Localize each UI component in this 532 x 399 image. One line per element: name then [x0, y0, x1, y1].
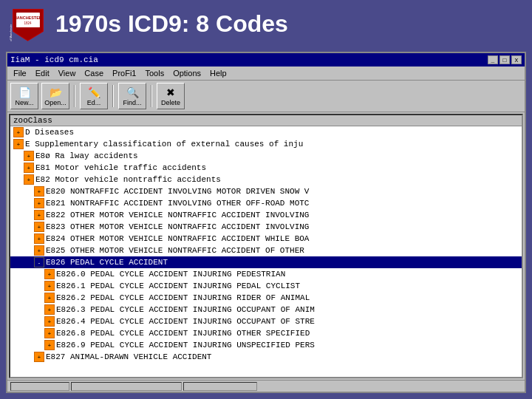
tree-row[interactable]: + E823 OTHER MOTOR VEHICLE NONTRAFFIC AC…	[10, 221, 522, 233]
row-text: E826.3 PEDAL CYCLE ACCIDENT INJURING OCC…	[56, 305, 315, 314]
open-icon: 📂	[50, 86, 62, 98]
expand-icon: +	[44, 281, 55, 291]
status-panel-3	[183, 382, 257, 391]
row-text: E826.4 PEDAL CYCLE ACCIDENT INJURING OCC…	[56, 317, 315, 326]
tree-row[interactable]: + E826.3 PEDAL CYCLE ACCIDENT INJURING O…	[10, 304, 522, 316]
tree-row[interactable]: + E821 NONTRAFFIC ACCIDENT INVOLVING OTH…	[10, 197, 522, 209]
menu-edit[interactable]: Edit	[31, 68, 54, 78]
toolbar: 📄 New... 📂 Open... ✏️ Ed... 🔍 Find... ✖ …	[7, 81, 525, 112]
row-text: E81 Motor vehicle traffic accidents	[35, 163, 206, 172]
delete-icon: ✖	[166, 86, 175, 98]
expand-icon: +	[44, 316, 55, 327]
new-button[interactable]: 📄 New...	[10, 83, 38, 109]
collapse-icon: -	[34, 257, 44, 267]
row-text: E8ø Ra lway accidents	[35, 151, 138, 160]
expand-icon: +	[34, 233, 44, 244]
tree-row[interactable]: + E820 NONTRAFFIC ACCIDENT INVOLVING MOT…	[10, 185, 522, 197]
tree-row[interactable]: + E82 Motor vehicle nontraffic accidents	[10, 174, 522, 185]
row-text: E Supplementary classification of extern…	[25, 140, 303, 149]
tree-row[interactable]: + E826.8 PEDAL CYCLE ACCIDENT INJURING O…	[10, 327, 522, 339]
university-logo: MANCHESTER 1824 The University of Manche…	[7, 4, 48, 44]
maximize-button[interactable]: □	[499, 55, 510, 64]
expand-icon: +	[44, 328, 55, 338]
toolbar-separator-3	[151, 85, 152, 107]
title-bar-buttons: _ □ X	[488, 55, 522, 64]
expand-icon: +	[24, 174, 34, 185]
tree-row[interactable]: + E824 OTHER MOTOR VEHICLE NONTRAFFIC AC…	[10, 233, 522, 245]
menu-case[interactable]: Case	[80, 68, 108, 78]
close-button[interactable]: X	[511, 55, 522, 64]
app-window: IiaM - icd9 cm.cia _ □ X File Edit View …	[6, 52, 526, 393]
header: MANCHESTER 1824 The University of Manche…	[0, 0, 532, 48]
expand-icon: +	[24, 163, 34, 173]
menu-file[interactable]: File	[9, 68, 31, 78]
status-bar	[7, 380, 525, 392]
svg-text:of Manchester: of Manchester	[10, 24, 13, 41]
edit-button[interactable]: ✏️ Ed...	[80, 83, 108, 109]
toolbar-separator-2	[112, 85, 114, 107]
open-button[interactable]: 📂 Open...	[41, 83, 69, 109]
expand-icon: +	[44, 293, 55, 303]
menu-view[interactable]: View	[54, 68, 81, 78]
status-panel-2	[71, 382, 182, 391]
row-text: E826.0 PEDAL CYCLE ACCIDENT INJURING PED…	[56, 270, 285, 279]
row-text: D Diseases	[25, 128, 74, 137]
new-icon: 📄	[18, 86, 31, 98]
expand-icon: +	[44, 304, 55, 315]
find-icon: 🔍	[126, 86, 139, 98]
tree-row[interactable]: + E Supplementary classification of exte…	[10, 138, 522, 150]
status-panel-1	[10, 382, 69, 391]
menu-help[interactable]: Help	[205, 68, 231, 78]
tree-area[interactable]: zooClass + D Diseases + E Supplementary …	[9, 114, 523, 378]
expand-icon: +	[24, 151, 34, 161]
toolbar-separator-1	[74, 85, 75, 107]
delete-button[interactable]: ✖ Delete	[157, 83, 185, 109]
menu-options[interactable]: Options	[168, 68, 205, 78]
tree-row[interactable]: + E822 OTHER MOTOR VEHICLE NONTRAFFIC AC…	[10, 209, 522, 221]
expand-icon: +	[44, 269, 55, 279]
row-text: E824 OTHER MOTOR VEHICLE NONTRAFFIC ACCI…	[46, 234, 309, 243]
expand-icon: +	[34, 245, 44, 256]
tree-row[interactable]: + E825 OTHER MOTOR VEHICLE NONTRAFFIC AC…	[10, 245, 522, 256]
expand-icon: +	[44, 340, 55, 350]
tree-row[interactable]: + E826.0 PEDAL CYCLE ACCIDENT INJURING P…	[10, 268, 522, 280]
tree-row[interactable]: + E826.9 PEDAL CYCLE ACCIDENT INJURING U…	[10, 339, 522, 351]
menu-tools[interactable]: Tools	[140, 68, 168, 78]
expand-icon: +	[34, 186, 44, 197]
tree-row[interactable]: + E81 Motor vehicle traffic accidents	[10, 162, 522, 174]
minimize-button[interactable]: _	[488, 55, 498, 64]
window-title: IiaM - icd9 cm.cia	[10, 55, 98, 64]
row-text: E826 PEDAL CYCLE ACCIDENT	[46, 258, 168, 267]
row-text: E825 OTHER MOTOR VEHICLE NONTRAFFIC ACCI…	[46, 246, 304, 255]
expand-icon: +	[13, 127, 24, 137]
svg-text:MANCHESTER: MANCHESTER	[13, 16, 41, 20]
find-button[interactable]: 🔍 Find...	[118, 83, 146, 109]
tree-row[interactable]: + E826.4 PEDAL CYCLE ACCIDENT INJURING O…	[10, 316, 522, 327]
main-content: IiaM - icd9 cm.cia _ □ X File Edit View …	[0, 48, 532, 399]
tree-row[interactable]: + E826.2 PEDAL CYCLE ACCIDENT INJURING R…	[10, 292, 522, 304]
tree-row[interactable]: + E826.1 PEDAL CYCLE ACCIDENT INJURING P…	[10, 280, 522, 292]
row-text: E826.1 PEDAL CYCLE ACCIDENT INJURING PED…	[56, 282, 300, 290]
tree-header: zooClass	[10, 115, 522, 126]
expand-icon: +	[34, 198, 44, 208]
tree-row[interactable]: + D Diseases	[10, 126, 522, 138]
row-text: E822 OTHER MOTOR VEHICLE NONTRAFFIC ACCI…	[46, 211, 309, 219]
title-bar: IiaM - icd9 cm.cia _ □ X	[7, 53, 525, 66]
row-text: E826.2 PEDAL CYCLE ACCIDENT INJURING RID…	[56, 293, 310, 302]
expand-icon: +	[34, 210, 44, 220]
tree-row[interactable]: + E827 ANIMAL-DRAWN VEHICLE ACCIDENT	[10, 351, 522, 363]
menu-bar: File Edit View Case ProFi1 Tools Options…	[7, 66, 525, 81]
row-text: E826.9 PEDAL CYCLE ACCIDENT INJURING UNS…	[56, 341, 315, 349]
expand-icon: +	[13, 139, 24, 149]
page-title: 1970s ICD9: 8 Codes	[55, 10, 288, 38]
expand-icon: +	[34, 352, 44, 362]
tree-row-selected[interactable]: - E826 PEDAL CYCLE ACCIDENT	[10, 256, 522, 268]
svg-text:1824: 1824	[24, 21, 32, 24]
row-text: E827 ANIMAL-DRAWN VEHICLE ACCIDENT	[46, 352, 211, 361]
menu-profi1[interactable]: ProFi1	[108, 68, 140, 78]
row-text: E820 NONTRAFFIC ACCIDENT INVOLVING MOTOR…	[46, 187, 309, 196]
expand-icon: +	[34, 222, 44, 232]
edit-icon: ✏️	[88, 86, 100, 98]
row-text: E826.8 PEDAL CYCLE ACCIDENT INJURING OTH…	[56, 329, 310, 338]
tree-row[interactable]: + E8ø Ra lway accidents	[10, 150, 522, 162]
